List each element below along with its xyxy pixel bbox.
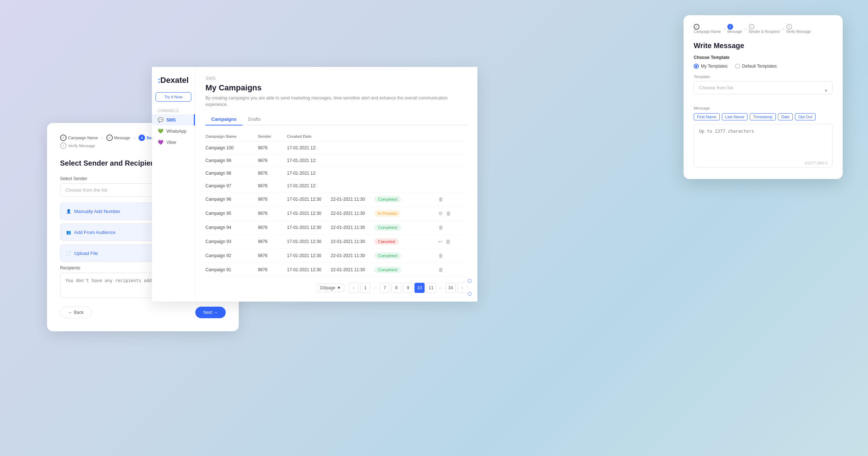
campaign-name: Campaign 94 xyxy=(205,225,258,230)
viber-label: Viber xyxy=(166,140,176,145)
row-actions: 🗑 xyxy=(438,196,467,202)
arrow-1: → xyxy=(100,136,104,140)
add-from-audience-label: Add From Audience xyxy=(74,230,115,235)
my-templates-radio[interactable]: My Templates xyxy=(694,64,728,69)
col-action2 xyxy=(438,134,467,138)
next-button[interactable]: Next → xyxy=(195,307,226,318)
dots-2: ··· xyxy=(438,285,444,290)
default-templates-label: Default Templates xyxy=(742,64,777,69)
campaign-status: Completed xyxy=(374,267,409,273)
col-status xyxy=(374,134,409,138)
campaign-status: In Process xyxy=(374,210,409,217)
campaign-created: 17-01-2021 12:30 xyxy=(287,239,331,244)
campaign-sender: 9876 xyxy=(258,197,287,202)
tag-date[interactable]: Date xyxy=(778,113,793,120)
whatsapp-icon: 💚 xyxy=(158,128,163,134)
col-action1 xyxy=(409,134,438,138)
tag-lastname[interactable]: Last Name xyxy=(722,113,748,120)
tab-drafts[interactable]: Drafts xyxy=(242,114,267,125)
page-9-button[interactable]: 9 xyxy=(403,283,413,293)
status-badge: Completed xyxy=(374,267,401,273)
external-link-icon[interactable]: ⬡ xyxy=(464,276,475,286)
campaign-sender: 9876 xyxy=(258,171,287,176)
page-10-button[interactable]: 10 xyxy=(414,283,425,293)
campaign-name: Campaign 99 xyxy=(205,158,258,163)
campaign-name: Campaign 98 xyxy=(205,171,258,176)
msg-step-circle-1: ✓ xyxy=(694,24,699,30)
tabs-row: Campaigns Drafts xyxy=(205,114,467,125)
msg-arrow-1: → xyxy=(722,27,726,31)
campaign-sender: 9876 xyxy=(258,253,287,258)
char-count: 0/1377 SMS:0 xyxy=(805,161,827,165)
campaign-rows: Campaign 100 9876 17-01-2021 12: Campaig… xyxy=(205,142,467,277)
per-page-selector[interactable]: 10/page ▼ xyxy=(316,284,344,292)
default-templates-radio[interactable]: Default Templates xyxy=(735,64,777,69)
step-label-verify: Verify Message xyxy=(68,144,95,148)
page-7-button[interactable]: 7 xyxy=(380,283,390,293)
back-button[interactable]: ← Back xyxy=(60,307,92,318)
dots-1: ··· xyxy=(372,285,378,290)
template-radio-group: My Templates Default Templates xyxy=(694,64,833,69)
delete-icon[interactable]: 🗑 xyxy=(438,196,443,202)
step-circle-message: ✓ xyxy=(106,135,113,141)
msg-step-message: 2 Message xyxy=(727,24,742,34)
row-actions: ↩🗑 xyxy=(438,239,467,244)
per-page-label: 10/page xyxy=(320,285,335,290)
sidebar-item-sms[interactable]: 💬 SMS xyxy=(152,114,195,125)
delete-icon[interactable]: 🗑 xyxy=(446,239,451,244)
tag-timestamp[interactable]: Timestamp xyxy=(750,113,776,120)
campaign-sender: 9876 xyxy=(258,267,287,272)
message-tags: First Name Last Name Timestamp Date Opt … xyxy=(694,113,833,120)
template-select-wrapper: Choose from list ▼ xyxy=(694,81,833,100)
message-textarea-wrapper: 0/1377 SMS:0 xyxy=(694,124,833,169)
campaign-created: 17-01-2021 12:30 xyxy=(287,197,331,202)
prev-page-button[interactable]: ‹ xyxy=(349,283,359,293)
sidebar-item-whatsapp[interactable]: 💚 WhatsApp xyxy=(152,125,195,137)
step-verify: 4 Verify Message xyxy=(60,142,95,149)
campaign-name: Campaign 93 xyxy=(205,239,258,244)
table-row: Campaign 97 9876 17-01-2021 12: xyxy=(205,180,467,192)
campaign-name: Campaign 91 xyxy=(205,267,258,272)
campaign-created: 17-01-2021 12: xyxy=(287,158,331,163)
step-circle-sender: 3 xyxy=(139,135,145,141)
campaign-name: Campaign 97 xyxy=(205,183,258,188)
card-footer: ← Back Next → xyxy=(60,307,226,318)
export-icon[interactable]: ⬡ xyxy=(464,289,475,299)
page-1-button[interactable]: 1 xyxy=(360,283,370,293)
delete-icon[interactable]: 🗑 xyxy=(438,225,443,230)
delete-icon[interactable]: 🗑 xyxy=(438,267,443,273)
table-row: Campaign 100 9876 17-01-2021 12: xyxy=(205,142,467,154)
upload-icon: 📄 xyxy=(66,251,71,256)
sidebar-nav: :Dexatel Try It Now Channels 💬 SMS 💚 Wha… xyxy=(152,67,195,302)
settings-icon[interactable]: ⚙ xyxy=(438,210,443,216)
col-campaign-name: Campaign Name xyxy=(205,134,258,138)
delete-icon[interactable]: 🗑 xyxy=(438,253,443,259)
delete-icon[interactable]: 🗑 xyxy=(446,210,451,216)
message-textarea[interactable] xyxy=(694,124,833,167)
msg-step-label-1: Campaign Name xyxy=(694,30,721,34)
my-templates-label: My Templates xyxy=(701,64,728,69)
page-8-button[interactable]: 8 xyxy=(391,283,401,293)
row-actions: 🗑 xyxy=(438,267,467,273)
whatsapp-label: WhatsApp xyxy=(166,129,186,134)
tag-firstname[interactable]: First Name xyxy=(694,113,720,120)
sidebar-icons: ⬡ ⬡ xyxy=(461,273,477,302)
msg-step-bar: ✓ Campaign Name → 2 Message → 3 Sender &… xyxy=(694,24,833,34)
template-select[interactable]: Choose from list xyxy=(694,81,833,94)
retry-icon[interactable]: ↩ xyxy=(438,239,443,244)
table-row: Campaign 96 9876 17-01-2021 12:30 22-01-… xyxy=(205,192,467,206)
logo: :Dexatel xyxy=(152,73,195,92)
col-created-date: Created Date xyxy=(287,134,331,138)
page-34-button[interactable]: 34 xyxy=(446,283,456,293)
campaign-sender: 9876 xyxy=(258,225,287,230)
sidebar-item-viber[interactable]: 💜 Viber xyxy=(152,137,195,148)
my-templates-dot xyxy=(694,64,699,69)
tag-optout[interactable]: Opt Out xyxy=(795,113,816,120)
manually-add-label: Manually Add Number xyxy=(74,209,120,214)
page-11-button[interactable]: 11 xyxy=(426,283,436,293)
campaign-created: 17-01-2021 12:30 xyxy=(287,253,331,258)
arrow-2: → xyxy=(132,136,136,140)
try-it-now-button[interactable]: Try It Now xyxy=(156,92,191,102)
tab-campaigns[interactable]: Campaigns xyxy=(205,114,242,125)
campaign-completed: 22-01-2021 11:30 xyxy=(331,253,374,258)
